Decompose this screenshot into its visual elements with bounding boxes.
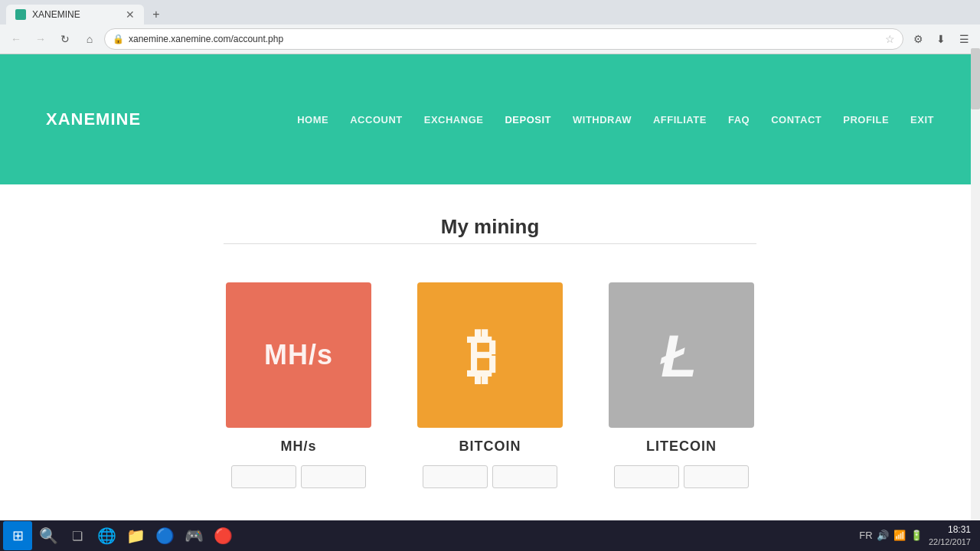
bookmark-icon[interactable]: ☆	[885, 33, 895, 45]
taskbar-right: FR 🔊 📶 🔋 18:31 22/12/2017	[860, 524, 977, 529]
reload-button[interactable]: ↻	[55, 29, 75, 49]
taskbar-btn-cortana[interactable]: 🔍	[34, 521, 63, 529]
address-bar[interactable]: 🔒 xanemine.xanemine.com/account.php ☆	[104, 28, 903, 50]
nav-affiliate[interactable]: AFFILIATE	[653, 114, 707, 126]
mining-cards: MH/s MH/s ₿ BITCOIN	[46, 282, 934, 488]
mhs-inputs	[231, 465, 366, 488]
mhs-icon[interactable]: MH/s	[226, 282, 371, 428]
taskbar-btn-explorer[interactable]: 📁	[121, 521, 150, 529]
ltc-input-2[interactable]	[684, 465, 749, 488]
taskbar-btn-ie[interactable]: 🌐	[92, 521, 121, 529]
section-title: My mining	[46, 215, 934, 239]
ltc-symbol: Ł	[655, 324, 708, 386]
home-browser-button[interactable]: ⌂	[80, 29, 100, 49]
btc-input-1[interactable]	[423, 465, 488, 488]
tab-title: XANEMINE	[32, 9, 80, 20]
nav-withdraw[interactable]: WITHDRAW	[573, 114, 632, 126]
nav-exchange[interactable]: EXCHANGE	[424, 114, 484, 126]
site-header: XANEMINE HOME ACCOUNT EXCHANGE DEPOSIT W…	[0, 54, 980, 184]
tab-close-button[interactable]: ✕	[126, 8, 135, 21]
toolbar-icons: ⚙ ⬇ ☰	[908, 29, 974, 49]
taskbar-clock[interactable]: 18:31 22/12/2017	[929, 524, 971, 529]
taskbar-time-value: 18:31	[929, 524, 971, 529]
nav-deposit[interactable]: DEPOSIT	[505, 114, 551, 126]
taskbar-btn-chrome[interactable]: 🔵	[150, 521, 179, 529]
mhs-input-1[interactable]	[231, 465, 296, 488]
ltc-label: LITECOIN	[646, 439, 717, 455]
btc-label: BITCOIN	[459, 439, 521, 455]
site-main: My mining MH/s MH/s ₿ BITCOIN	[0, 184, 980, 529]
browser-chrome: XANEMINE ✕ + ← → ↻ ⌂ 🔒 xanemine.xanemine…	[0, 0, 980, 54]
ltc-input-1[interactable]	[614, 465, 679, 488]
url-text: xanemine.xanemine.com/account.php	[129, 34, 880, 44]
tab-bar: XANEMINE ✕ +	[0, 0, 980, 24]
download-icon[interactable]: ⬇	[931, 29, 951, 49]
site-logo: XANEMINE	[46, 109, 141, 129]
svg-text:Ł: Ł	[660, 324, 697, 386]
btc-input-2[interactable]	[492, 465, 557, 488]
nav-account[interactable]: ACCOUNT	[350, 114, 403, 126]
nav-exit[interactable]: EXIT	[910, 114, 934, 126]
ltc-icon[interactable]: Ł	[609, 282, 754, 428]
new-tab-button[interactable]: +	[147, 5, 165, 24]
svg-text:₿: ₿	[467, 324, 497, 386]
ssl-icon: 🔒	[113, 34, 124, 44]
forward-button[interactable]: →	[31, 29, 51, 49]
mining-card-mhs: MH/s MH/s	[226, 282, 371, 488]
btc-inputs	[423, 465, 557, 488]
mhs-label: MH/s	[280, 439, 316, 455]
mining-card-btc: ₿ BITCOIN	[417, 282, 563, 488]
mhs-input-2[interactable]	[301, 465, 366, 488]
ltc-inputs	[614, 465, 749, 488]
taskbar-btn-taskview[interactable]: ❏	[63, 521, 92, 529]
site-nav: HOME ACCOUNT EXCHANGE DEPOSIT WITHDRAW A…	[297, 114, 934, 126]
taskbar: ⊞ 🔍 ❏ 🌐 📁 🔵 🎮 🔴 FR 🔊 📶 🔋 18:31 22/12/201…	[0, 520, 980, 529]
taskbar-btn-app2[interactable]: 🔴	[208, 521, 237, 529]
taskbar-btn-app1[interactable]: 🎮	[179, 521, 208, 529]
nav-profile[interactable]: PROFILE	[843, 114, 889, 126]
btc-icon[interactable]: ₿	[417, 282, 563, 428]
start-button[interactable]: ⊞	[3, 521, 32, 529]
extensions-icon[interactable]: ⚙	[908, 29, 928, 49]
scrollbar-thumb[interactable]	[971, 48, 980, 109]
nav-contact[interactable]: CONTACT	[771, 114, 822, 126]
mhs-symbol: MH/s	[264, 339, 333, 371]
btc-symbol: ₿	[463, 324, 517, 386]
section-divider	[224, 243, 756, 244]
menu-icon[interactable]: ☰	[954, 29, 974, 49]
mining-card-ltc: Ł LITECOIN	[609, 282, 754, 488]
back-button[interactable]: ←	[6, 29, 26, 49]
nav-home[interactable]: HOME	[297, 114, 328, 126]
scrollbar-track[interactable]	[971, 48, 980, 520]
nav-faq[interactable]: FAQ	[728, 114, 750, 126]
browser-toolbar: ← → ↻ ⌂ 🔒 xanemine.xanemine.com/account.…	[0, 24, 980, 54]
tab-favicon	[15, 9, 26, 20]
active-tab[interactable]: XANEMINE ✕	[6, 5, 144, 24]
